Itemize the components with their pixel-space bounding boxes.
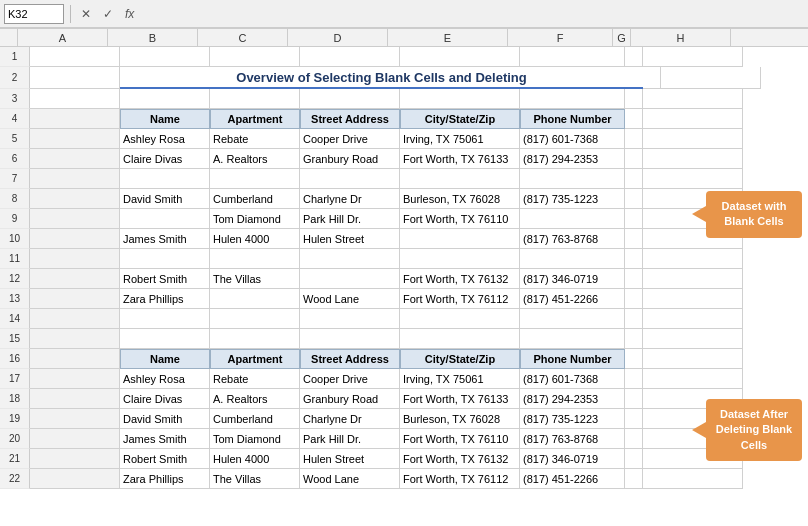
cell-d10[interactable]: Hulen Street [300, 229, 400, 249]
cell-b17[interactable]: Ashley Rosa [120, 369, 210, 389]
cell-h22[interactable] [643, 469, 743, 489]
cell-d4[interactable]: Street Address [300, 109, 400, 129]
cell-d1[interactable] [300, 47, 400, 67]
cell-g2[interactable] [643, 67, 661, 89]
cell-d5[interactable]: Cooper Drive [300, 129, 400, 149]
cell-f20[interactable]: (817) 763-8768 [520, 429, 625, 449]
cell-b5[interactable]: Ashley Rosa [120, 129, 210, 149]
cell-f1[interactable] [520, 47, 625, 67]
confirm-icon[interactable]: ✓ [99, 5, 117, 23]
cell-g13[interactable] [625, 289, 643, 309]
cell-d19[interactable]: Charlyne Dr [300, 409, 400, 429]
cell-a21[interactable] [30, 449, 120, 469]
cell-b6[interactable]: Claire Divas [120, 149, 210, 169]
cell-g3[interactable] [625, 89, 643, 109]
cell-e4[interactable]: City/State/Zip [400, 109, 520, 129]
cell-e6[interactable]: Fort Worth, TX 76133 [400, 149, 520, 169]
cell-g9[interactable] [625, 209, 643, 229]
cell-b1[interactable] [120, 47, 210, 67]
cell-e10[interactable] [400, 229, 520, 249]
cell-h3[interactable] [643, 89, 743, 109]
cell-b15[interactable] [120, 329, 210, 349]
cell-h1[interactable] [643, 47, 743, 67]
cell-a19[interactable] [30, 409, 120, 429]
cell-a15[interactable] [30, 329, 120, 349]
cell-d11[interactable] [300, 249, 400, 269]
cell-c12[interactable]: The Villas [210, 269, 300, 289]
cell-a4[interactable] [30, 109, 120, 129]
cell-f8[interactable]: (817) 735-1223 [520, 189, 625, 209]
cell-c18[interactable]: A. Realtors [210, 389, 300, 409]
cell-e21[interactable]: Fort Worth, TX 76132 [400, 449, 520, 469]
cell-e9[interactable]: Fort Worth, TX 76110 [400, 209, 520, 229]
cell-c20[interactable]: Tom Diamond [210, 429, 300, 449]
cell-e18[interactable]: Fort Worth, TX 76133 [400, 389, 520, 409]
cell-f3[interactable] [520, 89, 625, 109]
cell-a2[interactable] [30, 67, 120, 89]
cell-f19[interactable]: (817) 735-1223 [520, 409, 625, 429]
cell-f5[interactable]: (817) 601-7368 [520, 129, 625, 149]
cell-d9[interactable]: Park Hill Dr. [300, 209, 400, 229]
cell-f4[interactable]: Phone Number [520, 109, 625, 129]
cell-d3[interactable] [300, 89, 400, 109]
cell-a6[interactable] [30, 149, 120, 169]
cell-h7[interactable] [643, 169, 743, 189]
cell-g19[interactable] [625, 409, 643, 429]
cell-f11[interactable] [520, 249, 625, 269]
cell-b18[interactable]: Claire Divas [120, 389, 210, 409]
cell-a3[interactable] [30, 89, 120, 109]
cell-a7[interactable] [30, 169, 120, 189]
cell-f7[interactable] [520, 169, 625, 189]
cell-e1[interactable] [400, 47, 520, 67]
cell-b22[interactable]: Zara Phillips [120, 469, 210, 489]
cell-b20[interactable]: James Smith [120, 429, 210, 449]
cell-d12[interactable] [300, 269, 400, 289]
cell-f22[interactable]: (817) 451-2266 [520, 469, 625, 489]
cell-h17[interactable] [643, 369, 743, 389]
cell-e11[interactable] [400, 249, 520, 269]
cell-a12[interactable] [30, 269, 120, 289]
cell-g17[interactable] [625, 369, 643, 389]
cell-c15[interactable] [210, 329, 300, 349]
cell-g20[interactable] [625, 429, 643, 449]
cell-f9[interactable] [520, 209, 625, 229]
cell-a16[interactable] [30, 349, 120, 369]
cell-d8[interactable]: Charlyne Dr [300, 189, 400, 209]
cell-b12[interactable]: Robert Smith [120, 269, 210, 289]
cancel-icon[interactable]: ✕ [77, 5, 95, 23]
cell-e15[interactable] [400, 329, 520, 349]
cell-d17[interactable]: Cooper Drive [300, 369, 400, 389]
cell-c13[interactable] [210, 289, 300, 309]
cell-c16[interactable]: Apartment [210, 349, 300, 369]
cell-a5[interactable] [30, 129, 120, 149]
cell-a18[interactable] [30, 389, 120, 409]
cell-e14[interactable] [400, 309, 520, 329]
cell-d13[interactable]: Wood Lane [300, 289, 400, 309]
cell-c17[interactable]: Rebate [210, 369, 300, 389]
cell-h11[interactable] [643, 249, 743, 269]
cell-g12[interactable] [625, 269, 643, 289]
cell-g4[interactable] [625, 109, 643, 129]
cell-f12[interactable]: (817) 346-0719 [520, 269, 625, 289]
cell-b9[interactable] [120, 209, 210, 229]
cell-g8[interactable] [625, 189, 643, 209]
cell-f21[interactable]: (817) 346-0719 [520, 449, 625, 469]
cell-a20[interactable] [30, 429, 120, 449]
cell-c21[interactable]: Hulen 4000 [210, 449, 300, 469]
cell-d22[interactable]: Wood Lane [300, 469, 400, 489]
cell-b13[interactable]: Zara Phillips [120, 289, 210, 309]
cell-f6[interactable]: (817) 294-2353 [520, 149, 625, 169]
cell-b8[interactable]: David Smith [120, 189, 210, 209]
fx-icon[interactable]: fx [121, 5, 138, 23]
cell-d18[interactable]: Granbury Road [300, 389, 400, 409]
cell-c14[interactable] [210, 309, 300, 329]
cell-d15[interactable] [300, 329, 400, 349]
cell-a8[interactable] [30, 189, 120, 209]
cell-h5[interactable] [643, 129, 743, 149]
cell-g14[interactable] [625, 309, 643, 329]
cell-d7[interactable] [300, 169, 400, 189]
cell-g22[interactable] [625, 469, 643, 489]
name-box[interactable] [4, 4, 64, 24]
cell-d16[interactable]: Street Address [300, 349, 400, 369]
cell-c4[interactable]: Apartment [210, 109, 300, 129]
